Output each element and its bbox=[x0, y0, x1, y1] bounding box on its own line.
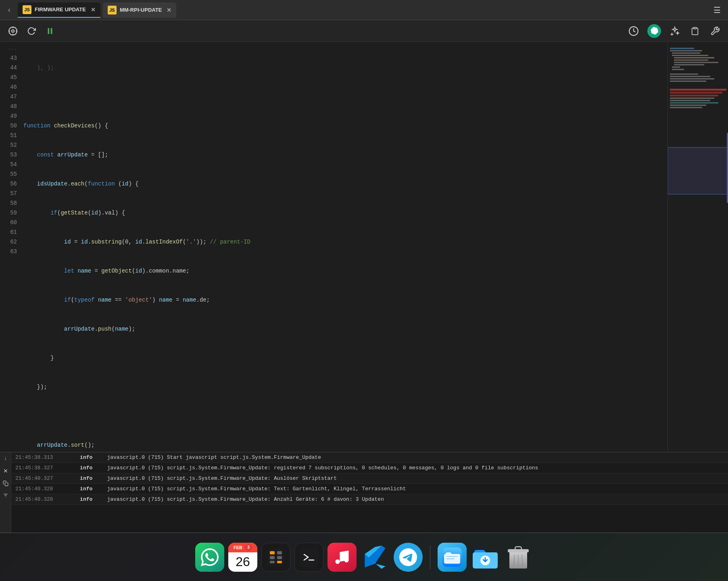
log-clear-icon[interactable]: ✕ bbox=[3, 468, 8, 474]
tab-title-2: MM-RPI-UPDATE bbox=[120, 7, 162, 13]
svg-rect-42 bbox=[270, 556, 275, 559]
log-download-icon[interactable]: ↓ bbox=[4, 455, 7, 461]
target-icon[interactable] bbox=[6, 25, 19, 37]
dock-telegram-dot bbox=[407, 571, 409, 572]
log-row: 21:45:38.327 info javascript.0 (715) scr… bbox=[11, 463, 728, 473]
tab-close-2[interactable]: ✕ bbox=[167, 7, 171, 13]
log-msg-5: javascript.0 (715) script.js.System.Firm… bbox=[104, 494, 728, 505]
svg-rect-30 bbox=[670, 102, 718, 104]
clipboard-icon[interactable] bbox=[688, 25, 701, 37]
svg-rect-20 bbox=[672, 69, 684, 70]
code-lines: ), ); function checkDevices() { const ar… bbox=[20, 42, 668, 452]
svg-point-49 bbox=[344, 558, 349, 562]
dock-finder[interactable] bbox=[438, 543, 467, 572]
svg-rect-44 bbox=[270, 561, 275, 563]
log-time-5: 21:45:40.328 bbox=[11, 494, 77, 505]
tab-mm-rpi-update[interactable]: JS MM-RPI-UPDATE ✕ bbox=[103, 2, 176, 18]
log-level-1: info bbox=[77, 452, 104, 463]
svg-rect-15 bbox=[674, 57, 714, 58]
pause-icon[interactable] bbox=[44, 25, 56, 37]
calendar-date: 26 bbox=[236, 555, 250, 569]
svg-rect-31 bbox=[670, 104, 706, 106]
log-content: 21:45:38.313 info javascript.0 (715) Sta… bbox=[11, 452, 728, 533]
dock-trash[interactable] bbox=[504, 543, 533, 572]
log-time-4: 21:45:40.328 bbox=[11, 484, 77, 494]
svg-rect-29 bbox=[670, 100, 710, 101]
svg-rect-9 bbox=[693, 27, 696, 29]
svg-rect-25 bbox=[670, 89, 726, 90]
main-area: ... 43 44 45 46 47 48 49 50 51 52 53 54 … bbox=[0, 42, 728, 452]
svg-point-48 bbox=[336, 559, 340, 564]
svg-rect-43 bbox=[277, 556, 282, 559]
svg-rect-21 bbox=[670, 73, 698, 75]
dock-telegram[interactable] bbox=[394, 543, 423, 572]
log-level-4: info bbox=[77, 484, 104, 494]
dock-vscode[interactable] bbox=[361, 543, 390, 572]
tab-title-1: FIRMWARE UPDATE bbox=[35, 6, 86, 12]
svg-rect-22 bbox=[670, 76, 710, 77]
dock-terminal[interactable] bbox=[294, 543, 323, 572]
dock-downloads[interactable] bbox=[471, 543, 500, 572]
svg-rect-23 bbox=[670, 78, 714, 79]
log-msg-2: javascript.0 (715) script.js.System.Firm… bbox=[104, 463, 728, 473]
svg-rect-14 bbox=[672, 55, 708, 56]
toolbar bbox=[0, 20, 728, 42]
log-filter-icon[interactable] bbox=[3, 493, 8, 498]
svg-rect-26 bbox=[670, 92, 722, 93]
log-panel: ↓ ✕ 21:45:38.313 info javascript.0 (715)… bbox=[0, 452, 728, 533]
log-msg-3: javascript.0 (715) script.js.System.Firm… bbox=[104, 473, 728, 484]
back-button[interactable]: ‹ bbox=[3, 4, 15, 16]
refresh-icon[interactable] bbox=[25, 25, 38, 37]
js-badge-2: JS bbox=[108, 6, 117, 15]
tab-close-1[interactable]: ✕ bbox=[91, 6, 96, 13]
log-row: 21:45:38.313 info javascript.0 (715) Sta… bbox=[11, 452, 728, 463]
svg-point-1 bbox=[12, 30, 14, 32]
dock-calculator[interactable] bbox=[261, 543, 290, 572]
log-time-2: 21:45:38.327 bbox=[11, 463, 77, 473]
log-msg-1: javascript.0 (715) Start javascript scri… bbox=[104, 452, 728, 463]
svg-rect-13 bbox=[672, 52, 700, 54]
toolbar-right bbox=[627, 24, 722, 38]
svg-rect-41 bbox=[277, 551, 282, 554]
log-time-1: 21:45:38.313 bbox=[11, 452, 77, 463]
dock-whatsapp[interactable] bbox=[195, 543, 224, 572]
svg-rect-28 bbox=[670, 98, 714, 99]
log-time-3: 21:45:40.327 bbox=[11, 473, 77, 484]
svg-rect-32 bbox=[670, 107, 702, 108]
log-level-2: info bbox=[77, 463, 104, 473]
svg-rect-18 bbox=[674, 64, 704, 65]
svg-rect-27 bbox=[670, 95, 718, 96]
tab-firmware-update[interactable]: JS FIRMWARE UPDATE ✕ bbox=[18, 2, 100, 18]
sparkle-icon[interactable] bbox=[668, 25, 681, 37]
log-level-3: info bbox=[77, 473, 104, 484]
dock-music[interactable] bbox=[327, 543, 357, 572]
svg-rect-63 bbox=[515, 547, 521, 550]
svg-rect-24 bbox=[670, 81, 706, 82]
log-level-5: info bbox=[77, 494, 104, 505]
openai-icon[interactable] bbox=[647, 24, 661, 38]
minimap[interactable] bbox=[668, 42, 728, 452]
wrench-icon[interactable] bbox=[709, 25, 722, 37]
log-copy-icon[interactable] bbox=[3, 481, 8, 486]
svg-rect-7 bbox=[51, 28, 52, 34]
calendar-badge: 3 bbox=[245, 544, 252, 551]
log-row: 21:45:40.327 info javascript.0 (715) scr… bbox=[11, 473, 728, 484]
code-editor[interactable]: ... 43 44 45 46 47 48 49 50 51 52 53 54 … bbox=[0, 42, 668, 452]
js-badge-1: JS bbox=[23, 5, 31, 14]
svg-rect-12 bbox=[670, 50, 702, 51]
dock-calendar[interactable]: FEB 3 26 bbox=[228, 543, 257, 572]
calendar-month: FEB bbox=[234, 545, 242, 550]
log-msg-4: javascript.0 (715) script.js.System.Firm… bbox=[104, 484, 728, 494]
clock-icon[interactable] bbox=[627, 25, 640, 37]
svg-rect-35 bbox=[5, 483, 8, 486]
svg-rect-19 bbox=[672, 67, 680, 68]
svg-rect-40 bbox=[270, 551, 275, 554]
toolbar-left bbox=[6, 25, 622, 37]
svg-rect-11 bbox=[670, 48, 694, 49]
menu-button[interactable]: ☰ bbox=[709, 3, 725, 17]
svg-rect-16 bbox=[674, 60, 708, 61]
log-sidebar: ↓ ✕ bbox=[0, 452, 11, 533]
line-numbers: ... 43 44 45 46 47 48 49 50 51 52 53 54 … bbox=[0, 42, 20, 452]
dock-whatsapp-dot bbox=[209, 571, 211, 572]
log-row: 21:45:40.328 info javascript.0 (715) scr… bbox=[11, 484, 728, 494]
